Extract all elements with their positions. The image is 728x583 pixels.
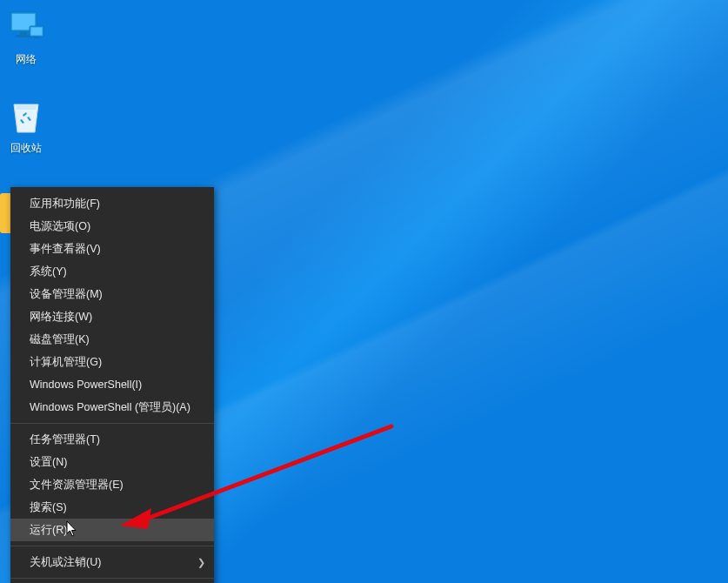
network-icon	[5, 7, 47, 49]
menu-item-search[interactable]: 搜索(S)	[10, 496, 214, 519]
recycle-bin-icon	[5, 96, 47, 137]
desktop-icon-label: 网络	[0, 52, 57, 67]
desktop-icon-recycle-bin[interactable]: 回收站	[0, 96, 57, 156]
menu-item-task-manager[interactable]: 任务管理器(T)	[10, 428, 214, 451]
svg-rect-5	[16, 35, 31, 37]
menu-separator	[10, 578, 214, 579]
svg-rect-7	[31, 28, 43, 36]
menu-item-shutdown-logout[interactable]: 关机或注销(U) ❯	[10, 551, 214, 573]
menu-item-network-connections[interactable]: 网络连接(W)	[10, 305, 214, 328]
desktop-icon-network[interactable]: 网络	[0, 7, 57, 67]
menu-item-computer-management[interactable]: 计算机管理(G)	[10, 351, 214, 373]
menu-item-system[interactable]: 系统(Y)	[10, 260, 214, 283]
menu-item-power-options[interactable]: 电源选项(O)	[10, 215, 214, 238]
menu-item-apps-features[interactable]: 应用和功能(F)	[10, 192, 214, 215]
menu-item-settings[interactable]: 设置(N)	[10, 451, 214, 473]
winx-context-menu: 应用和功能(F) 电源选项(O) 事件查看器(V) 系统(Y) 设备管理器(M)…	[10, 187, 214, 583]
svg-rect-8	[34, 37, 39, 38]
menu-item-run[interactable]: 运行(R)	[10, 519, 214, 541]
menu-item-event-viewer[interactable]: 事件查看器(V)	[10, 238, 214, 260]
menu-item-file-explorer[interactable]: 文件资源管理器(E)	[10, 473, 214, 496]
menu-item-disk-management[interactable]: 磁盘管理(K)	[10, 328, 214, 351]
menu-separator	[10, 546, 214, 546]
menu-item-device-manager[interactable]: 设备管理器(M)	[10, 283, 214, 305]
svg-rect-4	[20, 31, 27, 35]
desktop[interactable]: 网络 回收站 应用和功能(F) 电源选项(O) 事件查看器(V) 系统(Y) 设…	[0, 0, 728, 583]
submenu-arrow-icon: ❯	[197, 556, 205, 568]
menu-item-powershell[interactable]: Windows PowerShell(I)	[10, 373, 214, 396]
menu-separator	[10, 423, 214, 424]
desktop-icon-label: 回收站	[0, 141, 57, 156]
menu-item-powershell-admin[interactable]: Windows PowerShell (管理员)(A)	[10, 396, 214, 419]
